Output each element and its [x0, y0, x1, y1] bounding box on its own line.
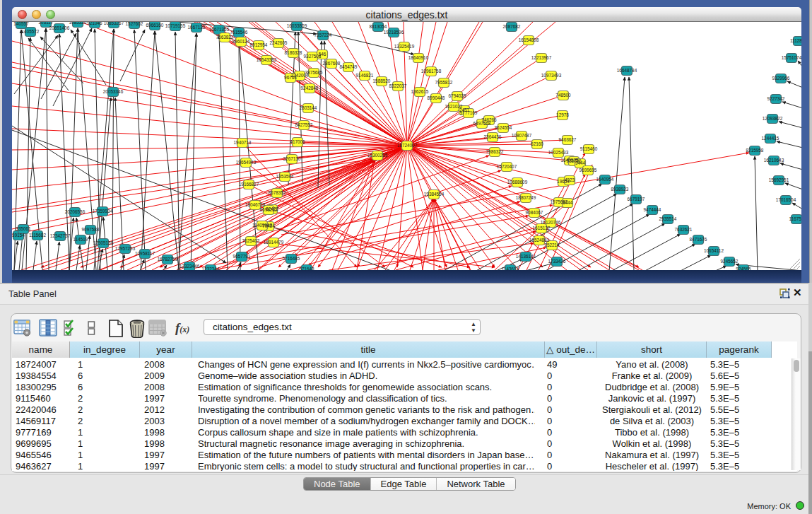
svg-text:10543382: 10543382: [257, 57, 277, 62]
svg-text:9146821: 9146821: [356, 73, 374, 78]
svg-text:19166827: 19166827: [239, 182, 259, 187]
svg-text:8444: 8444: [563, 200, 573, 205]
svg-text:9245652: 9245652: [721, 259, 739, 264]
svg-text:16671355: 16671355: [209, 27, 230, 32]
svg-text:921046: 921046: [87, 22, 102, 25]
svg-text:8215958: 8215958: [746, 148, 764, 153]
svg-text:16524861: 16524861: [529, 238, 550, 243]
svg-text:1667135: 1667135: [188, 25, 206, 30]
svg-text:7625402: 7625402: [242, 238, 260, 243]
svg-text:4923: 4923: [565, 177, 575, 182]
svg-text:16914479: 16914479: [264, 240, 284, 245]
svg-text:17016504: 17016504: [776, 197, 796, 202]
svg-text:417006: 417006: [290, 139, 305, 144]
svg-text:10807487: 10807487: [512, 133, 532, 138]
svg-text:1085326: 1085326: [69, 22, 87, 25]
svg-text:18724007: 18724007: [397, 143, 418, 148]
svg-text:1244415: 1244415: [762, 136, 779, 141]
svg-text:10654112: 10654112: [704, 248, 724, 253]
svg-text:7515546: 7515546: [230, 30, 248, 35]
svg-text:2935514: 2935514: [659, 216, 677, 221]
svg-text:20053346: 20053346: [103, 89, 124, 94]
svg-text:9777169: 9777169: [460, 110, 478, 115]
svg-text:140557: 140557: [13, 22, 29, 26]
svg-text:39154: 39154: [12, 233, 25, 238]
svg-text:116753: 116753: [789, 216, 801, 221]
svg-text:2364436: 2364436: [484, 134, 502, 139]
svg-text:16154808: 16154808: [519, 37, 539, 42]
svg-text:15751074: 15751074: [782, 55, 801, 60]
svg-text:8938923: 8938923: [611, 187, 629, 192]
svg-text:546: 546: [319, 52, 326, 57]
svg-text:1733426: 1733426: [548, 259, 566, 264]
svg-text:9097588: 9097588: [82, 227, 100, 232]
svg-text:8186328: 8186328: [285, 50, 302, 55]
svg-text:1353594: 1353594: [276, 174, 294, 179]
svg-text:9329966: 9329966: [772, 76, 790, 81]
svg-text:9084067: 9084067: [526, 210, 543, 215]
svg-text:2087682: 2087682: [503, 24, 521, 29]
svg-text:8471676: 8471676: [690, 237, 707, 242]
svg-text:12093822: 12093822: [763, 116, 783, 121]
svg-text:7955812: 7955812: [435, 80, 453, 85]
svg-text:16033809: 16033809: [287, 23, 307, 28]
svg-text:9227342: 9227342: [767, 96, 785, 101]
svg-text:16046738: 16046738: [245, 202, 266, 207]
svg-text:2803144: 2803144: [300, 105, 317, 110]
svg-text:10853267: 10853267: [104, 22, 124, 25]
svg-text:10688609: 10688609: [507, 180, 528, 185]
svg-text:8698222: 8698222: [260, 207, 278, 212]
svg-text:11409948: 11409948: [252, 223, 272, 228]
svg-text:252214: 252214: [544, 243, 560, 247]
svg-text:335061: 335061: [16, 226, 31, 231]
svg-text:20691406: 20691406: [49, 25, 70, 30]
svg-text:9463627: 9463627: [559, 137, 577, 142]
svg-text:7632621: 7632621: [675, 227, 693, 232]
svg-text:18640910: 18640910: [408, 55, 429, 60]
svg-text:6794028: 6794028: [449, 93, 466, 98]
svg-text:8427552: 8427552: [295, 122, 313, 127]
svg-text:19384554: 19384554: [424, 192, 445, 197]
svg-text:8912954: 8912954: [250, 42, 268, 47]
svg-text:203117: 203117: [39, 22, 54, 25]
svg-text:1640954: 1640954: [596, 177, 614, 182]
svg-text:8990448: 8990448: [428, 95, 445, 100]
svg-text:12213967: 12213967: [531, 55, 552, 60]
svg-text:1405572: 1405572: [22, 29, 40, 34]
svg-text:9699695: 9699695: [579, 168, 597, 173]
svg-text:9444: 9444: [575, 160, 586, 165]
svg-text:9657791: 9657791: [233, 254, 251, 259]
svg-text:12505135: 12505135: [93, 240, 114, 245]
svg-text:1112843: 1112843: [790, 38, 801, 43]
svg-text:10719155: 10719155: [165, 23, 186, 28]
svg-text:8960124: 8960124: [233, 39, 250, 44]
svg-text:10025433: 10025433: [548, 150, 569, 155]
svg-text:16648784: 16648784: [617, 68, 637, 73]
svg-text:8678352: 8678352: [269, 190, 286, 195]
svg-text:12323446: 12323446: [180, 264, 200, 269]
svg-text:10973493: 10973493: [541, 73, 562, 78]
svg-text:15720407: 15720407: [497, 164, 517, 169]
svg-text:8454749: 8454749: [340, 64, 358, 69]
svg-text:6679197: 6679197: [628, 197, 645, 201]
svg-text:7357224: 7357224: [314, 33, 332, 37]
svg-text:19654943: 19654943: [236, 160, 257, 165]
svg-text:9242848: 9242848: [301, 86, 319, 90]
svg-text:1940713: 1940713: [234, 140, 252, 145]
svg-text:62160: 62160: [531, 141, 543, 146]
svg-text:1615132: 1615132: [533, 226, 551, 230]
svg-text:746266: 746266: [481, 117, 497, 122]
svg-text:1588520: 1588520: [373, 78, 391, 83]
svg-text:16782759: 16782759: [158, 257, 178, 262]
svg-text:7663822: 7663822: [216, 35, 234, 40]
svg-text:8813054: 8813054: [370, 24, 387, 29]
svg-text:12978: 12978: [556, 112, 569, 117]
svg-text:96764: 96764: [284, 75, 297, 80]
svg-text:15692951: 15692951: [769, 177, 789, 182]
svg-text:17957253: 17957253: [115, 246, 136, 251]
svg-text:16210643: 16210643: [764, 158, 784, 163]
svg-text:18300295: 18300295: [367, 153, 388, 158]
svg-text:748500: 748500: [555, 93, 571, 98]
svg-text:16120746: 16120746: [541, 220, 561, 225]
svg-text:1115682: 1115682: [29, 233, 46, 238]
